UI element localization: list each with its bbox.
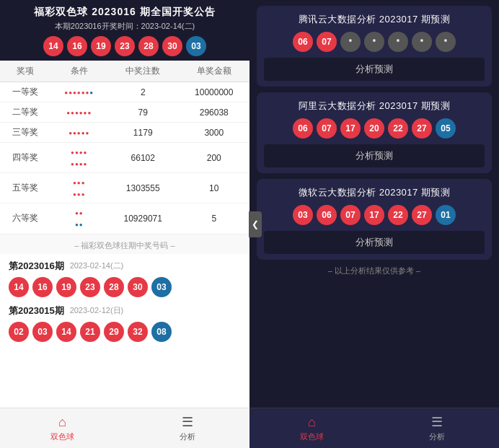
left-bottom-nav: ⌂双色球☰分析 [0, 408, 250, 448]
lottery-title: 福彩双色球 2023016 期全国开奖公告 [7, 6, 242, 19]
prize-count: 1303555 [107, 173, 179, 203]
winning-ball-red: 23 [115, 36, 135, 56]
prize-count: 66102 [107, 143, 179, 173]
prize-dots: ●●●●●●●● [51, 143, 107, 173]
history-ball-red: 28 [104, 277, 124, 297]
analyze-button-2[interactable]: 分析预测 [264, 231, 485, 254]
left-panel: 福彩双色球 2023016 期全国开奖公告 本期2023016开奖时间：2023… [0, 0, 250, 448]
card-title: 腾讯云大数据分析 2023017 期预测 [264, 13, 485, 26]
card-ball-blue: 05 [436, 118, 456, 139]
history-ball-red: 29 [104, 322, 124, 342]
card-balls-row: 03060717222701 [264, 205, 485, 225]
lottery-header: 福彩双色球 2023016 期全国开奖公告 本期2023016开奖时间：2023… [0, 0, 250, 61]
card-ball-star: * [388, 32, 408, 52]
nav-label: 分析 [429, 431, 445, 442]
card-ball-red: 17 [340, 118, 361, 139]
left-nav-item-分析[interactable]: ☰分析 [125, 408, 250, 448]
prize-dots: ●●●●●● [51, 102, 107, 123]
card-ball-red: 07 [317, 118, 337, 139]
history-ball-blue: 03 [151, 277, 172, 297]
table-row: 三等奖 ●●●●● 1179 3000 [0, 123, 250, 143]
left-scroll-content[interactable]: 奖项 条件 中奖注数 单奖金额 一等奖 ●●●●●●● 2 10000000 二… [0, 61, 250, 408]
prize-amount: 10000000 [178, 82, 250, 102]
period-number: 第2023016期 [9, 260, 64, 273]
prize-dots: ●●●●● [51, 123, 107, 143]
nav-label: 双色球 [300, 431, 324, 442]
analyze-button-0[interactable]: 分析预测 [264, 58, 485, 81]
prize-count: 10929071 [107, 203, 179, 234]
col-header-amount: 单奖金额 [178, 61, 250, 82]
prize-name: 一等奖 [0, 82, 51, 102]
prediction-cards-container: 腾讯云大数据分析 2023017 期预测0607*****分析预测阿里云大数据分… [250, 0, 499, 260]
history-ball-blue: 08 [151, 322, 172, 342]
table-row: 一等奖 ●●●●●●● 2 10000000 [0, 82, 250, 102]
prediction-card-2: 微软云大数据分析 2023017 期预测03060717222701分析预测 [257, 179, 492, 260]
prize-dots: ●●●●●●● [51, 82, 107, 102]
history-ball-red: 14 [56, 322, 76, 342]
winning-balls-row: 14161923283003 [7, 36, 242, 56]
prize-amount: 200 [178, 143, 250, 173]
history-ball-red: 14 [9, 277, 29, 297]
prediction-card-1: 阿里云大数据分析 2023017 期预测06071720222705分析预测 [257, 92, 492, 173]
prize-count: 1179 [107, 123, 179, 143]
history-section: 第2023016期2023-02-14(二)14161923283003第202… [0, 254, 250, 355]
nav-label: 双色球 [50, 431, 74, 442]
winning-ball-red: 30 [162, 36, 182, 56]
nav-icon: ☰ [182, 414, 193, 430]
winning-ball-red: 28 [138, 36, 159, 56]
card-ball-red: 06 [317, 205, 337, 225]
history-ball-red: 02 [9, 322, 29, 342]
card-ball-red: 07 [340, 205, 361, 225]
card-ball-red: 03 [293, 205, 313, 225]
prize-table: 奖项 条件 中奖注数 单奖金额 一等奖 ●●●●●●● 2 10000000 二… [0, 61, 250, 234]
prize-name: 五等奖 [0, 173, 51, 203]
history-divider: – 福彩双色球往期中奖号码 – [0, 234, 250, 254]
card-ball-red: 06 [293, 118, 313, 139]
prize-name: 四等奖 [0, 143, 51, 173]
panel-arrow[interactable]: ❮ [249, 211, 262, 237]
history-ball-red: 30 [128, 277, 148, 297]
card-ball-star: * [412, 32, 432, 52]
card-balls-row: 06071720222705 [264, 118, 485, 139]
prize-name: 三等奖 [0, 123, 51, 143]
nav-icon: ⌂ [308, 415, 316, 430]
history-balls-row: 14161923283003 [9, 277, 241, 297]
period-header: 第2023016期2023-02-14(二) [9, 260, 241, 273]
col-header-condition: 条件 [51, 61, 107, 82]
prediction-card-0: 腾讯云大数据分析 2023017 期预测0607*****分析预测 [257, 6, 492, 87]
winning-ball-blue: 03 [186, 36, 206, 56]
prize-count: 79 [107, 102, 179, 123]
right-nav-item-分析[interactable]: ☰分析 [374, 408, 499, 448]
nav-icon: ⌂ [58, 415, 66, 430]
prize-dots: ●●●● [51, 203, 107, 234]
winning-ball-red: 16 [67, 36, 87, 56]
winning-ball-red: 19 [91, 36, 111, 56]
prize-amount: 296038 [178, 102, 250, 123]
history-ball-red: 03 [32, 322, 53, 342]
col-header-award: 奖项 [0, 61, 51, 82]
card-title: 微软云大数据分析 2023017 期预测 [264, 186, 485, 199]
period-date: 2023-02-14(二) [70, 260, 124, 271]
table-row: 四等奖 ●●●●●●●● 66102 200 [0, 143, 250, 173]
right-footer: – 以上分析结果仅供参考 – [250, 260, 499, 279]
right-nav-item-双色球[interactable]: ⌂双色球 [250, 408, 374, 448]
right-panel: 腾讯云大数据分析 2023017 期预测0607*****分析预测阿里云大数据分… [250, 0, 499, 448]
table-row: 二等奖 ●●●●●● 79 296038 [0, 102, 250, 123]
winning-ball-red: 14 [43, 36, 63, 56]
history-ball-red: 32 [128, 322, 148, 342]
left-nav-item-双色球[interactable]: ⌂双色球 [0, 408, 125, 448]
card-ball-red: 06 [293, 32, 313, 52]
card-ball-red: 20 [364, 118, 384, 139]
history-ball-red: 16 [32, 277, 53, 297]
card-ball-star: * [340, 32, 361, 52]
nav-label: 分析 [180, 431, 195, 442]
card-ball-red: 27 [412, 205, 432, 225]
prize-amount: 3000 [178, 123, 250, 143]
prize-dots: ●●●●●● [51, 173, 107, 203]
table-row: 六等奖 ●●●● 10929071 5 [0, 203, 250, 234]
right-bottom-nav: ⌂双色球☰分析 [250, 408, 499, 448]
card-ball-star: * [436, 32, 456, 52]
prize-amount: 10 [178, 173, 250, 203]
history-ball-red: 19 [56, 277, 76, 297]
analyze-button-1[interactable]: 分析预测 [264, 144, 485, 167]
